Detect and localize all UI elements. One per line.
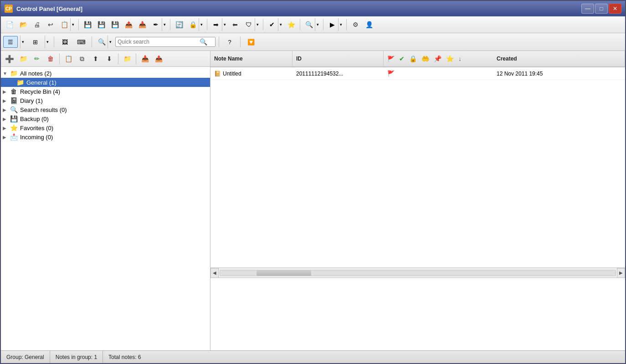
main-toolbar: 📄 📂 🖨 ↩ 📋 ▾ 💾 💾 💾 📤 📥 ✒ ▾ 🔄 🔒 ▾ ➡ ▾ ⬅ [1, 16, 625, 33]
separator-5 [300, 19, 300, 30]
lock-dropdown[interactable]: 🔒 ▾ [186, 18, 205, 31]
edit-note-button[interactable]: ✏ [31, 52, 43, 65]
encrypt-dropdown[interactable]: 🛡 ▾ [242, 18, 261, 31]
separator-n3 [136, 53, 136, 64]
status-total-notes: Total notes: 6 [103, 351, 146, 363]
format-icon: ✒ [150, 18, 162, 31]
grid-view-button[interactable]: ⊞ [28, 36, 42, 48]
maximize-button[interactable]: □ [595, 4, 608, 14]
keyboard-button[interactable]: ⌨ [74, 36, 88, 48]
encrypt-icon: 🛡 [243, 18, 255, 31]
col-header-flag-icon[interactable]: 🚩 [387, 56, 395, 62]
col-header-icons: 🚩 ✔ 🔒 🤲 📌 ⭐ ↓ [384, 55, 493, 62]
search-type-dropdown[interactable]: 🔍 ▾ [95, 35, 113, 49]
open-button[interactable]: 📂 [17, 18, 30, 31]
sync-button[interactable]: 🔄 [173, 18, 185, 31]
tree-label-all-notes: All notes (2) [20, 70, 51, 77]
tree-item-backup[interactable]: ▶ 💾 Backup (0) [1, 114, 210, 123]
send-dropdown[interactable]: ➡ ▾ [210, 18, 228, 31]
tree-item-incoming[interactable]: ▶ 📩 Incoming (0) [1, 132, 210, 142]
import-button[interactable]: 📥 [136, 18, 149, 31]
right-panel: Note Name ID 🚩 ✔ 🔒 🤲 📌 ⭐ ↓ Created [210, 51, 625, 350]
check-icon: ✔ [266, 18, 278, 31]
view-arrow-icon: ▾ [70, 18, 76, 31]
undo-button[interactable]: ↩ [44, 18, 57, 31]
search-type-icon: 🔍 [96, 35, 108, 48]
new-note-button[interactable]: 📄 [3, 18, 16, 31]
scroll-right-button[interactable]: ▶ [617, 268, 625, 278]
horizontal-scrollbar[interactable]: ◀ ▶ [210, 268, 625, 278]
filter-button[interactable]: 🔽 [244, 36, 258, 48]
col-header-star-icon[interactable]: ⭐ [446, 55, 454, 62]
search-input-wrapper[interactable]: 🔍 [115, 37, 216, 47]
notes-list[interactable]: 📔 Untitled 20111112194532... 🚩 12 Nov 20… [210, 67, 625, 268]
col-header-id[interactable]: ID [292, 51, 384, 66]
check-dropdown[interactable]: ✔ ▾ [266, 18, 284, 31]
tree-item-all-notes[interactable]: ▼ 📁 All notes (2) [1, 69, 210, 78]
table-row[interactable]: 📔 Untitled 20111112194532... 🚩 12 Nov 20… [210, 67, 625, 80]
duplicate-note-button[interactable]: ⧉ [76, 52, 88, 65]
import-notes-button[interactable]: 📥 [139, 52, 151, 65]
status-group: Group: General [5, 351, 50, 363]
col-header-note-name[interactable]: Note Name [210, 51, 292, 66]
note-id-cell: 20111112194532... [292, 71, 384, 77]
add-note-button[interactable]: ➕ [3, 52, 16, 65]
new-folder-button[interactable]: 📁 [121, 52, 133, 65]
tree-item-search-results[interactable]: ▶ 🔍 Search results (0) [1, 105, 210, 114]
save-all-button[interactable]: 💾 [95, 18, 108, 31]
save-button[interactable]: 💾 [81, 18, 94, 31]
col-header-check-icon[interactable]: ✔ [399, 55, 405, 62]
view-dropdown-button[interactable]: 📋 ▾ [58, 18, 76, 31]
save-copy-button[interactable]: 💾 [108, 18, 121, 31]
tree-item-diary[interactable]: ▶ 📓 Diary (1) [1, 96, 210, 105]
add-group-button[interactable]: 📁 [17, 52, 30, 65]
expand-icon-recycle[interactable]: ▶ [3, 89, 9, 94]
list-view-button[interactable]: ☰ [3, 36, 18, 48]
expand-icon-backup[interactable]: ▶ [3, 116, 9, 121]
close-button[interactable]: ✕ [609, 4, 621, 14]
col-header-created[interactable]: Created [493, 51, 625, 66]
settings-button2[interactable]: 👤 [363, 18, 375, 31]
expand-icon-incoming[interactable]: ▶ [3, 135, 9, 140]
play-dropdown[interactable]: ▶ ▾ [326, 18, 344, 31]
search-dropdown[interactable]: 🔍 ▾ [303, 18, 321, 31]
recycle-icon: 🗑 [9, 88, 18, 95]
folder-tree[interactable]: ▼ 📁 All notes (2) 📁 General (1) ▶ 🗑 Recy… [1, 67, 210, 350]
col-header-lock-icon[interactable]: 🔒 [409, 55, 417, 62]
col-header-hands-icon[interactable]: 🤲 [421, 55, 429, 62]
tree-item-favorites[interactable]: ▶ ⭐ Favorites (0) [1, 123, 210, 132]
lock-icon: 🔒 [187, 18, 199, 31]
tree-label-search-results: Search results (0) [20, 106, 67, 113]
help-button[interactable]: ? [222, 36, 237, 48]
title-bar: CP Control Panel [General] — □ ✕ [1, 1, 625, 16]
note-properties-button[interactable]: 📋 [62, 52, 75, 65]
minimize-button[interactable]: — [581, 4, 594, 14]
scroll-thumb[interactable] [257, 270, 311, 276]
tree-item-recycle-bin[interactable]: ▶ 🗑 Recycle Bin (4) [1, 87, 210, 96]
settings-button1[interactable]: ⚙ [349, 18, 362, 31]
move-down-button[interactable]: ⬇ [103, 52, 116, 65]
col-header-pin-icon[interactable]: 📌 [434, 55, 441, 62]
format-dropdown[interactable]: ✒ ▾ [149, 18, 168, 31]
expand-icon-all-notes[interactable]: ▼ [3, 71, 9, 76]
receive-button[interactable]: ⬅ [229, 18, 241, 31]
expand-icon-diary[interactable]: ▶ [3, 98, 9, 103]
col-header-sort-icon[interactable]: ↓ [458, 55, 462, 62]
scroll-track[interactable] [220, 270, 616, 276]
tree-item-general[interactable]: 📁 General (1) [1, 78, 210, 87]
list-view-dropdown[interactable]: ▾ [20, 35, 26, 49]
search-input[interactable] [118, 39, 200, 45]
grid-view-dropdown[interactable]: ▾ [44, 35, 51, 49]
expand-icon-search[interactable]: ▶ [3, 107, 9, 112]
title-bar-left: CP Control Panel [General] [5, 5, 82, 13]
favorites-button[interactable]: ⭐ [285, 18, 298, 31]
export-button[interactable]: 📤 [122, 18, 135, 31]
search-submit-icon[interactable]: 🔍 [200, 38, 207, 46]
delete-note-button[interactable]: 🗑 [44, 52, 57, 65]
move-up-button[interactable]: ⬆ [89, 52, 102, 65]
print-button[interactable]: 🖨 [31, 18, 43, 31]
export-notes-button[interactable]: 📤 [152, 52, 165, 65]
scroll-left-button[interactable]: ◀ [210, 268, 219, 278]
thumbnail-button[interactable]: 🖼 [57, 36, 72, 48]
expand-icon-favorites[interactable]: ▶ [3, 126, 9, 131]
